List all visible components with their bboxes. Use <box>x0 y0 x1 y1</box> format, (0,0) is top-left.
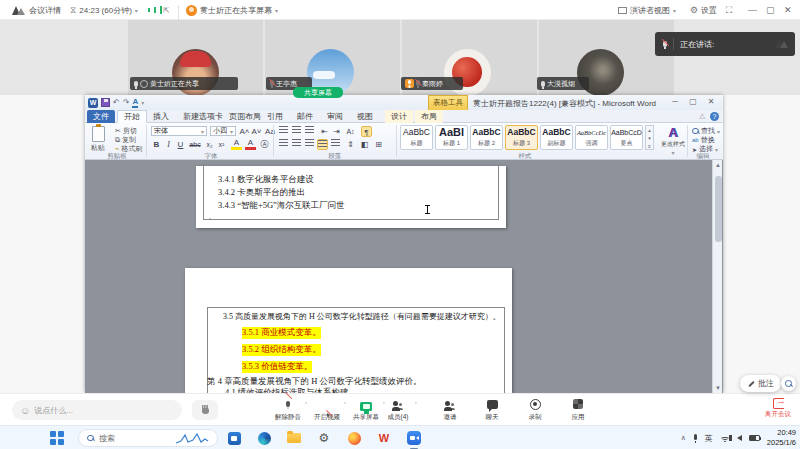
tab-table-layout[interactable]: 布局 <box>415 110 443 123</box>
taskbar-edge-icon[interactable] <box>256 430 272 446</box>
maximize-button[interactable]: ▢ <box>766 0 780 20</box>
align-left-icon[interactable] <box>278 139 289 150</box>
scroll-up-icon[interactable]: ▲ <box>713 162 723 168</box>
font-size-select[interactable]: 小四▾ <box>210 126 236 136</box>
meeting-timer[interactable]: ⧖ 24:23 (60分钟) ▾ <box>70 0 138 20</box>
style-subtitle[interactable]: AaBbC副标题 <box>540 125 573 150</box>
justify-icon[interactable] <box>317 139 328 150</box>
enclose-char-icon[interactable]: Ⓐ <box>259 139 270 150</box>
leave-meeting-button[interactable]: 离开会议 <box>758 398 798 419</box>
sort-icon[interactable]: A↕ <box>345 126 356 137</box>
style-heading3[interactable]: AaBbC标题 3 <box>505 125 538 150</box>
reaction-button[interactable] <box>192 400 218 420</box>
word-close-button[interactable]: ✕ <box>703 97 719 106</box>
chat-input[interactable]: ☺ 说点什么... <box>12 400 182 420</box>
sharing-status[interactable]: 黄士妡正在共享屏幕 ▾ <box>186 0 278 20</box>
increase-indent-icon[interactable]: ⇥ <box>331 126 342 137</box>
font-color-button[interactable]: A <box>245 139 256 150</box>
italic-button[interactable]: I <box>163 139 174 150</box>
word-titlebar[interactable]: W ↶ ↷ A ▾ 表格工具 黄士妡开题报告1222(4) [兼容模式] - M… <box>85 95 723 110</box>
magnifier-button[interactable] <box>781 376 796 391</box>
start-video-button[interactable]: ⌃ 开启视频 <box>305 397 349 422</box>
share-link-icon[interactable]: ⇱ <box>163 0 170 20</box>
tray-clock[interactable]: 20:49 2025/1/6 <box>767 428 796 448</box>
highlight-color-button[interactable]: A <box>231 139 242 150</box>
align-right-icon[interactable] <box>304 139 315 150</box>
numbered-list-icon[interactable] <box>291 126 302 137</box>
superscript-button[interactable]: x² <box>216 139 227 150</box>
style-emphasis[interactable]: AaBbCcDc强调 <box>575 125 608 150</box>
tab-file[interactable]: 文件 <box>87 110 115 123</box>
distribute-icon[interactable] <box>330 139 341 150</box>
shading-icon[interactable]: ◧ <box>359 139 370 150</box>
bullet-list-icon[interactable] <box>278 126 289 137</box>
qat-dropdown-icon[interactable]: ▾ <box>141 99 144 106</box>
shrink-font-icon[interactable]: A˅ <box>251 126 262 137</box>
word-scrollbar[interactable]: ▲ ▼ <box>712 160 722 393</box>
ribbon-collapse-icon[interactable]: △ <box>700 112 705 120</box>
bold-button[interactable]: B <box>151 139 162 150</box>
document-page-2[interactable]: 3.5 高质量发展视角下的 H 公司数字化转型路径（有问题需要提建议才研究）。 … <box>185 268 512 393</box>
undo-icon[interactable]: ↶ <box>113 98 120 107</box>
align-center-icon[interactable] <box>291 139 302 150</box>
annotate-button[interactable]: 批注 <box>740 375 781 392</box>
document-area[interactable]: 3.4.1 数字化服务平台建设 3.4.2 卡奥斯平台的推出 3.4.3 “智能… <box>85 160 723 393</box>
style-heading1[interactable]: AaBl标题 1 <box>435 125 468 150</box>
taskbar-search[interactable]: 搜索 <box>78 429 218 447</box>
ime-indicator[interactable]: 英 <box>705 433 713 444</box>
style-title[interactable]: AaBbC标题 <box>400 125 433 150</box>
word-restore-button[interactable]: ▢ <box>685 97 701 106</box>
tab-review[interactable]: 审阅 <box>321 110 349 123</box>
record-button[interactable]: 录制 <box>513 397 557 422</box>
taskbar-store-icon[interactable] <box>226 430 242 446</box>
tab-insert[interactable]: 插入 <box>147 110 175 123</box>
invite-button[interactable]: 邀请 <box>428 397 472 422</box>
chat-button[interactable]: 聊天 <box>470 397 514 422</box>
unmute-button[interactable]: ⌃ 解除静音 <box>266 397 310 422</box>
underline-button[interactable]: U <box>175 139 186 150</box>
taskbar-wps-icon[interactable]: W <box>376 430 392 446</box>
scroll-down-icon[interactable]: ▼ <box>713 385 723 391</box>
subscript-button[interactable]: x₂ <box>204 139 215 150</box>
styles-scroll[interactable]: ▴▾≡ <box>645 125 654 150</box>
tab-mailings[interactable]: 邮件 <box>291 110 319 123</box>
tab-view[interactable]: 视图 <box>351 110 379 123</box>
tray-mic-icon[interactable] <box>693 434 698 443</box>
document-page-1[interactable]: 3.4.1 数字化服务平台建设 3.4.2 卡奥斯平台的推出 3.4.3 “智能… <box>196 166 506 228</box>
start-button[interactable] <box>50 431 64 445</box>
font-color-icon[interactable]: A <box>132 98 138 108</box>
scrollbar-thumb[interactable] <box>715 176 722 242</box>
battery-icon[interactable] <box>749 435 760 441</box>
taskbar-settings-icon[interactable]: ⚙ <box>316 430 332 446</box>
tab-references[interactable]: 引用 <box>261 110 289 123</box>
tab-table-design[interactable]: 设计 <box>385 110 413 123</box>
help-icon[interactable]: ? <box>710 112 719 121</box>
meeting-detail-button[interactable]: 会议详情 <box>12 0 61 20</box>
save-icon[interactable] <box>101 98 110 107</box>
borders-icon[interactable]: ⊞ <box>373 139 384 150</box>
word-minimize-button[interactable]: ─ <box>667 97 683 106</box>
members-button[interactable]: ⌃ 成员(4) <box>376 397 420 422</box>
style-heading2[interactable]: AaBbC标题 2 <box>470 125 503 150</box>
close-button[interactable]: ✕ <box>784 0 798 20</box>
multilevel-list-icon[interactable] <box>304 126 315 137</box>
strikethrough-button[interactable]: abc <box>187 139 203 150</box>
decrease-indent-icon[interactable]: ⇤ <box>319 126 330 137</box>
taskbar-firefox-icon[interactable] <box>346 430 362 446</box>
change-case-icon[interactable]: Aa <box>263 126 277 137</box>
grow-font-icon[interactable]: A˄ <box>239 126 250 137</box>
paste-button[interactable]: 粘贴 <box>91 126 105 153</box>
tab-custom[interactable]: 新建选项卡 <box>177 110 229 123</box>
taskbar-meeting-icon[interactable] <box>406 430 422 446</box>
line-spacing-icon[interactable]: ⇕ <box>345 139 356 150</box>
tab-home[interactable]: 开始 <box>117 110 147 123</box>
settings-button[interactable]: ⚙ 设置 <box>690 0 717 20</box>
apps-button[interactable]: 应用 <box>556 397 600 422</box>
taskbar-folder-icon[interactable] <box>286 430 302 446</box>
view-mode-button[interactable]: 演讲者视图 ▾ <box>618 0 676 20</box>
redo-icon[interactable]: ↷ <box>123 98 130 107</box>
speaker-icon[interactable] <box>737 435 742 441</box>
tray-expand-icon[interactable]: ∧ <box>681 434 686 442</box>
fullscreen-button[interactable]: ⛶ <box>726 0 740 20</box>
style-strong[interactable]: AaBbCcD要点 <box>610 125 643 150</box>
